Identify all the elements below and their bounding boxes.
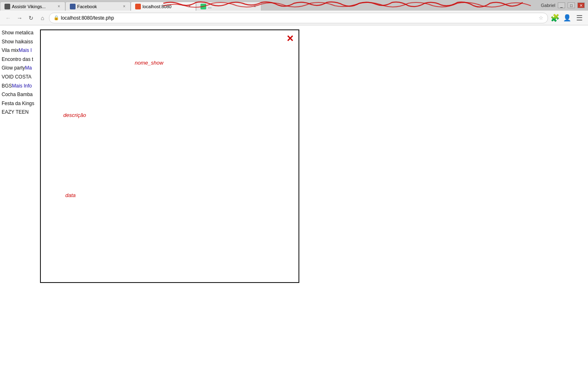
tab-close-localhost[interactable]: ×	[187, 4, 192, 9]
tab-favicon-extra	[200, 4, 206, 9]
list-item: Show metalica	[2, 29, 41, 38]
tab-favicon-vikings	[4, 4, 10, 9]
tab-extra[interactable]: ... ×	[196, 2, 261, 11]
tab-localhost[interactable]: localhost:8080 ×	[131, 2, 196, 11]
item-text: Show metalica	[2, 30, 33, 36]
item-text: EAZY TEEN	[2, 109, 29, 115]
extensions-button[interactable]: 🧩	[550, 13, 560, 23]
nav-bar: ← → ↻ ⌂ 🔒 ☆ 🧩 👤 ☰	[0, 11, 588, 25]
list-item: Festa da Kings	[2, 99, 41, 108]
item-link[interactable]: Mais Info	[12, 83, 32, 89]
modal-field-descricao: descrição	[63, 112, 86, 118]
profile-button[interactable]: 👤	[562, 13, 572, 23]
list-item: EAZY TEEN	[2, 108, 41, 117]
item-text: VOID COSTA	[2, 74, 31, 80]
tab-close-facebook[interactable]: ×	[122, 4, 126, 9]
home-button[interactable]: ⌂	[38, 13, 47, 23]
window-controls-area: Gabriel _ □ ✕	[538, 0, 588, 11]
list-item: Encontro das t	[2, 55, 41, 64]
tab-bar: Assistir Vikings... × Facebook × localho…	[0, 0, 588, 11]
minimize-button[interactable]: _	[558, 2, 565, 8]
modal-dialog: ✕ nome_show descrição data	[40, 29, 299, 283]
list-item: Cocha Bamba	[2, 90, 41, 99]
star-icon[interactable]: ☆	[539, 15, 543, 21]
item-link[interactable]: Ma	[25, 65, 32, 71]
modal-field-nome-show: nome_show	[135, 60, 163, 66]
item-text: Vila mix	[2, 47, 19, 53]
address-bar-container: 🔒 ☆	[49, 13, 548, 23]
item-text: Encontro das t	[2, 56, 33, 62]
item-text: Cocha Bamba	[2, 92, 33, 97]
back-button[interactable]: ←	[3, 13, 13, 23]
lock-icon: 🔒	[53, 15, 59, 20]
close-window-button[interactable]: ✕	[577, 2, 585, 8]
reload-button[interactable]: ↻	[26, 13, 36, 23]
tab-label-facebook: Facebook	[77, 4, 120, 9]
tab-favicon-facebook	[70, 4, 76, 9]
user-name: Gabriel	[541, 3, 555, 8]
tab-facebook[interactable]: Facebook ×	[65, 2, 131, 11]
list-item: Vila mixMais I	[2, 46, 41, 55]
item-text: Show haikaiss	[2, 39, 33, 45]
tab-label-extra: ...	[208, 4, 251, 9]
list-item: Show haikaiss	[2, 38, 41, 47]
tab-vikings[interactable]: Assistir Vikings... ×	[0, 2, 65, 11]
address-bar[interactable]	[61, 15, 537, 21]
tab-favicon-localhost	[135, 4, 141, 9]
modal-close-button[interactable]: ✕	[286, 34, 294, 43]
item-text: BGS	[2, 83, 12, 89]
list-item: BGSMais Info	[2, 82, 41, 91]
item-link[interactable]: Mais I	[19, 47, 32, 53]
page-content: Show metalica Show haikaiss Vila mixMais…	[0, 25, 588, 368]
forward-button[interactable]: →	[15, 13, 24, 23]
maximize-button[interactable]: □	[568, 2, 575, 8]
tab-close-extra[interactable]: ×	[253, 4, 257, 9]
sidebar-list: Show metalica Show haikaiss Vila mixMais…	[0, 25, 43, 368]
modal-field-data: data	[65, 192, 76, 198]
tab-label-localhost: localhost:8080	[143, 4, 186, 9]
tab-label-vikings: Assistir Vikings...	[12, 4, 55, 9]
list-item: VOID COSTA	[2, 73, 41, 82]
tab-close-vikings[interactable]: ×	[57, 4, 61, 9]
nav-right-controls: 🧩 👤 ☰	[550, 13, 585, 23]
list-item: Glow partyMa	[2, 64, 41, 73]
item-text: Glow party	[2, 65, 25, 71]
menu-button[interactable]: ☰	[574, 13, 585, 23]
item-text: Festa da Kings	[2, 101, 34, 106]
